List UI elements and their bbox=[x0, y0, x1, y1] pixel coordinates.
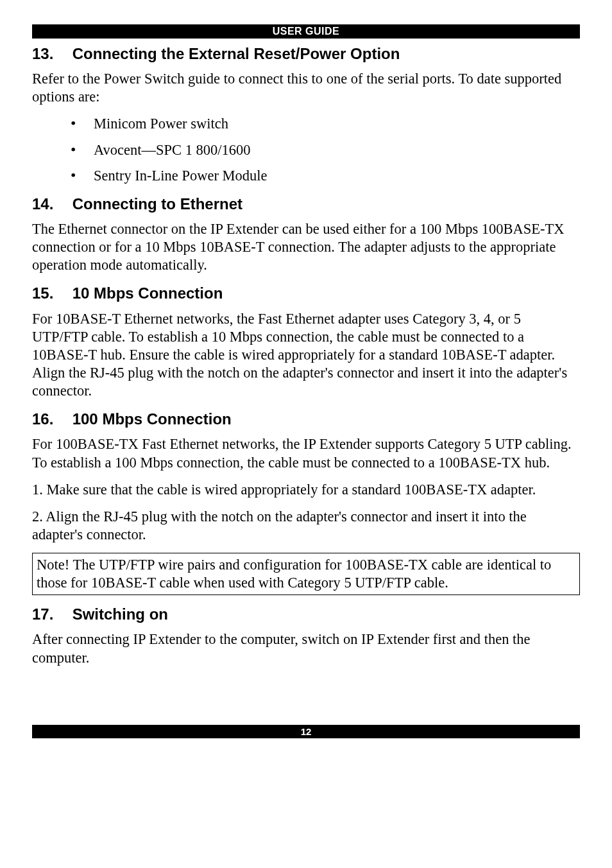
section-14-body: The Ethernet connector on the IP Extende… bbox=[32, 220, 580, 274]
note-text: Note! The UTP/FTP wire pairs and configu… bbox=[37, 557, 551, 591]
section-number-13: 13. bbox=[32, 44, 68, 64]
section-heading-14: 14. Connecting to Ethernet bbox=[32, 194, 580, 214]
page-number: 12 bbox=[301, 726, 312, 737]
section-title-14: Connecting to Ethernet bbox=[72, 195, 242, 213]
header-title: USER GUIDE bbox=[273, 26, 340, 37]
list-item: Avocent—SPC 1 800/1600 bbox=[71, 141, 580, 159]
section-heading-17: 17. Switching on bbox=[32, 604, 580, 624]
section-16-step1: 1. Make sure that the cable is wired app… bbox=[32, 481, 580, 499]
section-title-16: 100 Mbps Connection bbox=[72, 410, 232, 428]
section-heading-16: 16. 100 Mbps Connection bbox=[32, 409, 580, 429]
section-17-body: After connecting IP Extender to the comp… bbox=[32, 630, 580, 666]
section-number-17: 17. bbox=[32, 604, 68, 624]
header-bar: USER GUIDE bbox=[32, 24, 580, 39]
section-title-15: 10 Mbps Connection bbox=[72, 284, 223, 302]
section-number-15: 15. bbox=[32, 283, 68, 303]
section-title-17: Switching on bbox=[72, 605, 168, 623]
section-16-step2: 2. Align the RJ-45 plug with the notch o… bbox=[32, 508, 580, 544]
section-13-bullet-list: Minicom Power switch Avocent—SPC 1 800/1… bbox=[32, 115, 580, 184]
section-number-16: 16. bbox=[32, 409, 68, 429]
section-heading-15: 15. 10 Mbps Connection bbox=[32, 283, 580, 303]
section-16-body: For 100BASE-TX Fast Ethernet networks, t… bbox=[32, 435, 580, 471]
section-title-13: Connecting the External Reset/Power Opti… bbox=[72, 45, 400, 62]
section-number-14: 14. bbox=[32, 194, 68, 214]
footer-bar: 12 bbox=[32, 725, 580, 738]
section-heading-13: 13. Connecting the External Reset/Power … bbox=[32, 44, 580, 64]
list-item: Minicom Power switch bbox=[71, 115, 580, 133]
note-box: Note! The UTP/FTP wire pairs and configu… bbox=[32, 553, 580, 595]
section-15-body: For 10BASE-T Ethernet networks, the Fast… bbox=[32, 310, 580, 401]
list-item: Sentry In-Line Power Module bbox=[71, 167, 580, 185]
section-13-intro: Refer to the Power Switch guide to conne… bbox=[32, 70, 580, 106]
